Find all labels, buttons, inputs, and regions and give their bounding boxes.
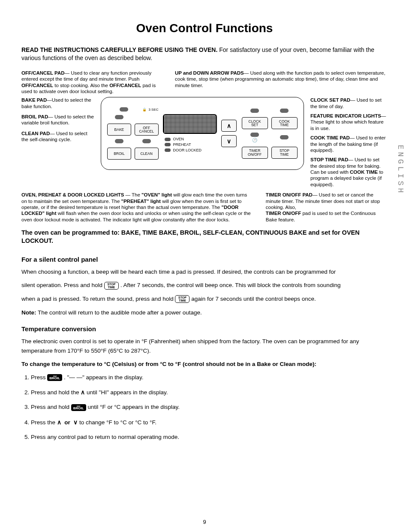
up-caret-icon: ∧ (57, 419, 61, 426)
control-panel-diagram: 🔒 3 SEC BAKE OFF CANCEL BROIL CLEAN (99, 97, 306, 187)
temp-steps-list: Press 〰BROIL . "— —" appears in the disp… (21, 373, 388, 441)
up-arrow-pad: ∧ (221, 120, 237, 132)
broil-pad: BROIL (107, 148, 131, 160)
step-2: Press and hold the ∧ until "HI" appears … (31, 388, 388, 397)
lock-icon: 🔒 (142, 108, 147, 112)
broil-button-icon: 〰BROIL (47, 374, 62, 381)
callout-clean-pad: CLEAN PAD— Used to select the self-clean… (21, 130, 94, 143)
callout-timer-onoff: TIMER ON/OFF PAD— Used to set or cancel … (266, 192, 388, 223)
oven-light-icon (165, 138, 171, 141)
cook-time-pad: COOK TIME (271, 117, 298, 129)
clean-pad: CLEAN (135, 148, 159, 160)
stop-time-pad: STOP TIME (271, 147, 298, 159)
door-locked-light-icon (165, 148, 171, 152)
language-tab: ENGLISH (396, 145, 405, 195)
step-4: Press the ∧ or ∨ to change °F to °C or °… (31, 418, 388, 427)
indicator-dot (120, 107, 128, 112)
section-silent-panel: For a silent control panel When choosing… (21, 254, 388, 317)
step-3: Press and hold 〰BROIL until °F or °C app… (31, 403, 388, 411)
digital-display (163, 114, 217, 134)
broil-button-icon: 〰BROIL (71, 404, 86, 411)
bake-pad: BAKE (107, 124, 131, 136)
callout-feature-lights: FEATURE INDICATOR LIGHTS— These light to… (310, 113, 388, 131)
page-title: Oven Control Functions (21, 21, 388, 35)
callout-indicator-lights: OVEN, PREHEAT & DOOR LOCKED LIGHTS — The… (21, 192, 253, 223)
step-5: Press any control pad to return to norma… (31, 433, 388, 441)
callout-arrow-pads: UP and DOWN ARROW PADS— Used along with … (175, 70, 388, 95)
off-cancel-pad: OFF CANCEL (135, 124, 159, 136)
stop-time-button-icon: STOPTIME (104, 282, 119, 290)
intro-paragraph: READ THE INSTRUCTIONS CAREFULLY BEFORE U… (21, 46, 388, 62)
callout-off-cancel: OFF/CANCEL PAD— Used to clear any functi… (21, 70, 167, 95)
down-arrow-pad: ∨ (221, 135, 237, 147)
callout-broil-pad: BROIL PAD— Used to select the variable b… (21, 114, 94, 126)
step-1: Press 〰BROIL . "— —" appears in the disp… (31, 373, 388, 382)
section-temp-conversion: Temperature conversion The electronic ov… (21, 324, 388, 441)
temp-heading: Temperature conversion (21, 324, 388, 334)
silent-heading: For a silent control panel (21, 254, 388, 265)
callout-cook-time: COOK TIME PAD— Used to enter the length … (310, 135, 388, 153)
down-caret-icon: ∨ (73, 419, 78, 426)
up-caret-icon: ∧ (81, 389, 85, 396)
programmable-summary: The oven can be programmed to: BAKE, TIM… (21, 229, 388, 245)
intro-bold: READ THE INSTRUCTIONS CAREFULLY BEFORE U… (21, 46, 217, 53)
clock-set-pad: CLOCK SET (242, 117, 268, 129)
preheat-light-icon (165, 143, 171, 146)
page-number: 9 (0, 519, 409, 525)
stop-time-button-icon: STOPTIME (175, 295, 189, 303)
callout-clock-set: CLOCK SET PAD— Used to set the time of d… (310, 97, 388, 109)
clock-icon: 🕐 (252, 138, 257, 142)
callout-bake-pad: BAKE PAD—Used to select the bake functio… (21, 97, 94, 109)
callout-stop-time: STOP TIME PAD— Used to set the desired s… (310, 157, 388, 187)
timer-onoff-pad: TIMER ON/OFF (242, 147, 268, 159)
